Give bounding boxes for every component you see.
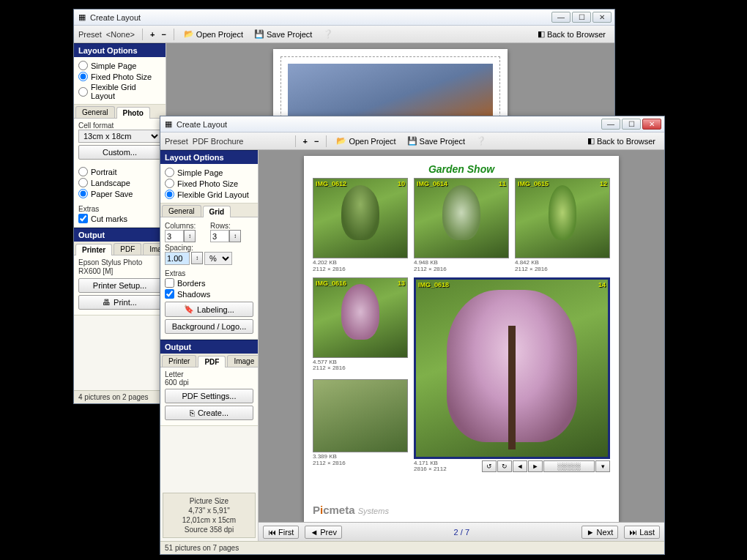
background-logo-button[interactable]: Background / Logo... bbox=[165, 319, 253, 334]
dropdown-icon[interactable]: ▾ bbox=[595, 460, 610, 472]
checkbox-shadows[interactable] bbox=[165, 289, 174, 299]
tab-grid[interactable]: Grid bbox=[203, 206, 231, 217]
pdf-settings-button[interactable]: PDF Settings... bbox=[165, 389, 253, 403]
next-icon: ► bbox=[587, 528, 595, 537]
thumb-1-label: IMG_0612 bbox=[316, 180, 346, 187]
checkbox-cut-marks[interactable] bbox=[78, 214, 88, 223]
tab-printer[interactable]: Printer bbox=[75, 244, 112, 255]
preset-value[interactable]: PDF Brochure bbox=[193, 137, 244, 146]
tab-printer[interactable]: Printer bbox=[162, 355, 196, 367]
picture-size-cm: 12,01cm x 15cm bbox=[166, 515, 252, 525]
help-button[interactable]: ❔ bbox=[319, 28, 338, 40]
back-to-browser-button[interactable]: ◧ Back to Browser bbox=[583, 135, 660, 147]
thumb-2-dim: 2112 × 2816 bbox=[414, 266, 447, 272]
radio-portrait[interactable] bbox=[78, 167, 88, 176]
tab-general[interactable]: General bbox=[75, 106, 115, 118]
spacing-unit-select[interactable]: % bbox=[204, 252, 232, 265]
radio-simple-page[interactable] bbox=[78, 61, 88, 70]
layout-options-header: Layout Options bbox=[74, 43, 166, 57]
last-button[interactable]: ⏭Last bbox=[624, 526, 660, 539]
thumb-3-dim: 2112 × 2816 bbox=[515, 266, 548, 272]
first-icon: ⏮ bbox=[268, 528, 276, 537]
close-button[interactable]: ✕ bbox=[592, 12, 612, 23]
thumb-5-label: IMG_0618 bbox=[418, 281, 449, 288]
plus-icon[interactable]: + bbox=[148, 30, 157, 39]
back-to-browser-label: Back to Browser bbox=[597, 137, 655, 146]
pdf-icon: ⎘ bbox=[190, 408, 195, 417]
first-label: First bbox=[278, 528, 294, 537]
tab-pdf[interactable]: PDF bbox=[114, 243, 141, 255]
spacing-input[interactable] bbox=[165, 252, 190, 265]
save-project-button[interactable]: 💾 Save Project bbox=[403, 135, 469, 147]
maximize-button[interactable]: ☐ bbox=[572, 12, 591, 23]
thumb-1-size: 4.202 KB bbox=[313, 259, 337, 266]
rotate-right-icon[interactable]: ↻ bbox=[497, 460, 512, 472]
open-project-button[interactable]: 📂 Open Project bbox=[179, 28, 248, 40]
save-project-button[interactable]: 💾 Save Project bbox=[250, 28, 316, 40]
browser-icon: ◧ bbox=[538, 29, 545, 39]
radio-flexible-grid[interactable] bbox=[165, 190, 174, 199]
next-label: Next bbox=[597, 528, 614, 537]
thumb-6[interactable] bbox=[313, 379, 408, 452]
printer-setup-button[interactable]: Printer Setup... bbox=[78, 278, 161, 293]
arrow-right-icon[interactable]: ► bbox=[528, 460, 543, 472]
output-header: Output bbox=[160, 340, 258, 354]
preset-value[interactable]: <None> bbox=[106, 30, 135, 39]
rows-input[interactable] bbox=[210, 230, 229, 242]
minimize-button[interactable]: — bbox=[551, 12, 571, 23]
columns-input[interactable] bbox=[165, 230, 184, 242]
next-button[interactable]: ►Next bbox=[581, 526, 619, 539]
minus-icon[interactable]: − bbox=[312, 137, 321, 146]
create-label: Create... bbox=[198, 408, 228, 417]
rotate-left-icon[interactable]: ↺ bbox=[482, 460, 497, 472]
thumb-5-selected[interactable]: IMG_0618 14 bbox=[414, 277, 610, 459]
radio-simple-page[interactable] bbox=[165, 168, 174, 177]
tab-photo[interactable]: Photo bbox=[116, 107, 150, 119]
thumb-3-num: 12 bbox=[600, 180, 607, 187]
arrow-left-icon[interactable]: ◄ bbox=[513, 460, 527, 472]
plus-icon[interactable]: + bbox=[301, 137, 310, 146]
rows-stepper[interactable]: ↕ bbox=[229, 230, 241, 242]
paper-save-label: Paper Save bbox=[91, 190, 133, 198]
create-button[interactable]: ⎘Create... bbox=[165, 406, 253, 420]
front-page[interactable]: Garden Show IMG_0612 10 4.202 KB2112 × 2… bbox=[304, 156, 619, 522]
thumb-1-num: 10 bbox=[398, 180, 405, 187]
zoom-slider[interactable]: ░░░░░ bbox=[543, 460, 595, 472]
tab-pdf[interactable]: PDF bbox=[198, 356, 226, 367]
tag-icon: 🔖 bbox=[184, 305, 194, 314]
radio-paper-save[interactable] bbox=[78, 189, 88, 198]
thumb-4[interactable]: IMG_0616 13 bbox=[313, 277, 408, 358]
save-icon: 💾 bbox=[407, 136, 417, 146]
maximize-button[interactable]: ☐ bbox=[622, 119, 641, 130]
checkbox-borders[interactable] bbox=[165, 278, 174, 288]
prev-button[interactable]: ◄Prev bbox=[305, 526, 342, 539]
custom-button[interactable]: Custom... bbox=[78, 145, 161, 160]
thumb-3[interactable]: IMG_0615 12 bbox=[515, 178, 610, 258]
tab-image[interactable]: Image bbox=[227, 355, 259, 367]
back-to-browser-button[interactable]: ◧ Back to Browser bbox=[533, 28, 610, 40]
help-button[interactable]: ❔ bbox=[472, 135, 491, 147]
minus-icon[interactable]: − bbox=[159, 30, 168, 39]
cell-format-select[interactable]: 13cm x 18cm bbox=[78, 130, 161, 143]
radio-fixed-photo[interactable] bbox=[165, 179, 174, 188]
thumb-2[interactable]: IMG_0614 11 bbox=[414, 178, 509, 258]
radio-fixed-photo[interactable] bbox=[78, 72, 88, 81]
dpi-info: 600 dpi bbox=[165, 378, 253, 387]
thumb-1[interactable]: IMG_0612 10 bbox=[313, 178, 408, 258]
tab-general[interactable]: General bbox=[162, 205, 201, 217]
close-button[interactable]: ✕ bbox=[642, 119, 661, 130]
radio-flexible-grid[interactable] bbox=[78, 87, 88, 97]
columns-stepper[interactable]: ↕ bbox=[184, 230, 196, 242]
picture-size-box: Picture Size 4,73" x 5,91" 12,01cm x 15c… bbox=[163, 493, 256, 538]
radio-landscape[interactable] bbox=[78, 178, 88, 187]
bg-logo-label: Background / Logo... bbox=[172, 322, 247, 331]
pdf-settings-label: PDF Settings... bbox=[182, 392, 237, 400]
spacing-stepper[interactable]: ↕ bbox=[191, 252, 203, 264]
first-button[interactable]: ⏮First bbox=[263, 526, 299, 539]
minimize-button[interactable]: — bbox=[601, 119, 620, 130]
flexible-grid-label: Flexible Grid Layout bbox=[177, 190, 249, 199]
flexible-grid-label: Flexible Grid Layout bbox=[91, 83, 161, 100]
labeling-button[interactable]: 🔖Labeling... bbox=[165, 302, 253, 317]
open-project-button[interactable]: 📂 Open Project bbox=[332, 135, 400, 147]
print-button[interactable]: 🖶Print... bbox=[78, 295, 161, 310]
